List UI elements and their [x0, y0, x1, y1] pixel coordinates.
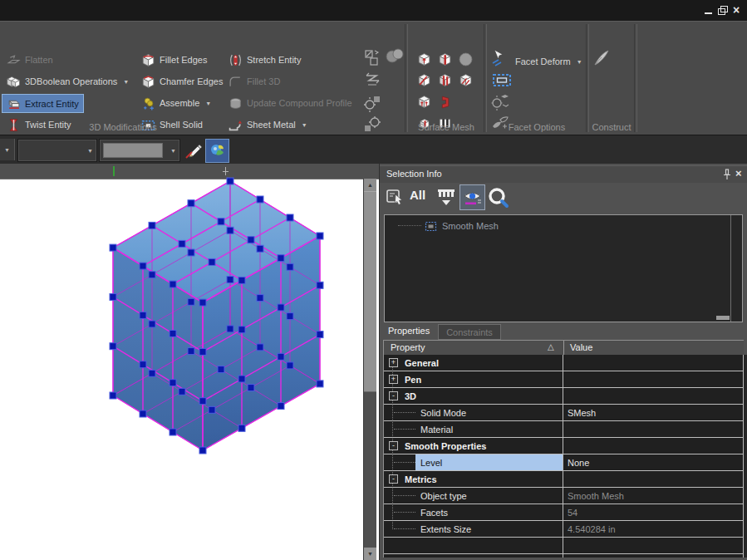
boolean-operations-button[interactable]: 3DBoolean Operations ▼ [7, 72, 129, 91]
scroll-down-button[interactable]: ▼ [364, 548, 376, 560]
mesh-box-hatch-icon[interactable] [459, 73, 473, 87]
toolbar-overflow-dropdown[interactable]: ▼ [0, 139, 15, 160]
mesh-box-arrows-icon[interactable] [417, 95, 431, 109]
extract-entity-button[interactable]: Extract Entity [2, 94, 84, 113]
sheet-metal-button[interactable]: Sheet Metal ▼ [229, 115, 307, 134]
viewport[interactable]: ▲ ▼ [0, 164, 379, 560]
column-header-value[interactable]: Value [570, 342, 592, 352]
group-label-surface-mesh: Surface Mesh [418, 122, 474, 132]
ribbon: Flatten 3DBoolean Operations ▼ Extract E… [0, 21, 747, 135]
flatten-icon [7, 53, 21, 67]
restore-button[interactable] [718, 6, 727, 14]
unfold-icon[interactable] [363, 71, 381, 90]
property-row-facets[interactable]: Facets 54 [384, 504, 744, 521]
zoom-selected-icon[interactable] [487, 186, 510, 209]
mesh-box-arrow-icon[interactable] [417, 52, 431, 66]
twist-entity-button[interactable]: Twist Entity [7, 115, 71, 134]
visibility-eye-icon [462, 188, 483, 208]
mesh-gear-icon[interactable] [363, 94, 381, 112]
tree-item-smooth-mesh[interactable]: Smooth Mesh [385, 219, 499, 233]
collapse-toggle[interactable]: - [389, 441, 398, 450]
close-button[interactable]: × [733, 2, 740, 17]
pick-entity-icon[interactable] [386, 187, 405, 207]
quill-icon[interactable] [592, 48, 612, 68]
facet-leaf-icon[interactable] [491, 115, 509, 133]
mesh-box-diagonal-icon[interactable] [417, 73, 431, 87]
pen-edit-icon[interactable] [184, 140, 204, 161]
collapse-toggle[interactable]: - [389, 391, 398, 400]
scroll-up-button[interactable]: ▲ [364, 179, 376, 191]
stretch-entity-button[interactable]: Stretch Entity [229, 51, 301, 69]
fillet-edges-button[interactable]: Fillet Edges [141, 51, 207, 69]
column-divider[interactable] [563, 341, 564, 355]
format-brush-button[interactable] [205, 139, 229, 163]
column-header-property[interactable]: Property [391, 342, 425, 352]
property-row-level[interactable]: Level None [384, 454, 744, 471]
pen-color-combobox[interactable]: ▼ [17, 139, 97, 162]
update-compound-profile-label: Update Compound Profile [247, 98, 352, 108]
property-row-metrics[interactable]: -Metrics [384, 471, 744, 488]
pen-style-combobox[interactable]: ▼ [99, 139, 180, 162]
title-bar: × [0, 0, 747, 21]
selection-info-panel: Selection Info × All [379, 164, 747, 560]
ribbon-separator [586, 24, 589, 132]
app-window: × Flatten 3DBoolean Operations ▼ [0, 0, 747, 560]
grid-scrollbar[interactable] [743, 355, 747, 558]
property-row-material[interactable]: Material [384, 421, 744, 438]
panel-header[interactable]: Selection Info × [380, 165, 747, 183]
property-row-extents-size[interactable]: Extents Size 4.540284 in [384, 521, 744, 538]
spheres-icon[interactable] [385, 47, 405, 66]
sheet-metal-label: Sheet Metal [247, 120, 296, 130]
fence-filter-icon[interactable] [435, 186, 458, 209]
minimize-button[interactable] [705, 12, 712, 14]
smooth-mesh-object[interactable] [0, 164, 379, 560]
quick-toolbar: ▼ ▼ ▼ [0, 135, 747, 165]
viewport-scrollbar[interactable]: ▲ ▼ [363, 179, 376, 560]
property-row-object-type[interactable]: Object type Smooth Mesh [384, 488, 744, 504]
assemble-label: Assemble [160, 98, 199, 108]
tab-properties[interactable]: Properties [388, 326, 430, 336]
property-row-general[interactable]: +General [384, 355, 744, 371]
property-row-pen[interactable]: +Pen [384, 371, 744, 388]
mesh-sphere-icon[interactable] [459, 52, 473, 66]
arrow-down-icon: ▼ [367, 551, 373, 557]
close-icon[interactable]: × [735, 167, 742, 179]
mesh-open-box-icon[interactable] [438, 95, 452, 109]
expand-toggle[interactable]: + [389, 358, 398, 367]
property-row-empty[interactable] [384, 554, 744, 558]
selection-tree[interactable]: Smooth Mesh [384, 214, 743, 322]
tree-connector [394, 412, 415, 414]
tab-constraints[interactable]: Constraints [438, 324, 501, 340]
tree-hscroll-thumb[interactable] [716, 316, 730, 320]
facet-select-icon[interactable] [492, 70, 512, 90]
visibility-button[interactable] [460, 184, 485, 210]
property-row-3d[interactable]: -3D [384, 388, 744, 405]
property-row-empty[interactable] [384, 538, 744, 554]
facet-deform-label: Facet Deform [515, 56, 571, 66]
pin-icon[interactable] [722, 169, 732, 180]
select-all-button[interactable]: All [410, 188, 425, 202]
chamfer-edges-button[interactable]: Chamfer Edges [141, 72, 223, 91]
boolean-operations-icon [7, 75, 21, 89]
convert-entity-icon[interactable] [364, 49, 381, 67]
expand-toggle[interactable]: + [389, 375, 398, 384]
facet-cube-icon[interactable] [491, 93, 509, 111]
property-row-smooth-properties[interactable]: -Smooth Properties [384, 438, 744, 454]
facet-deform-icon[interactable] [489, 48, 509, 68]
property-row-solid-mode[interactable]: Solid Mode SMesh [384, 405, 744, 421]
mesh-gear2-icon[interactable] [363, 115, 381, 134]
sort-indicator-icon[interactable]: △ [548, 342, 554, 351]
arrow-up-icon: ▲ [367, 182, 373, 188]
twist-entity-icon [7, 118, 21, 132]
group-label-3d-modifications: 3D Modifications [89, 122, 156, 132]
smooth-mesh-node-icon [425, 220, 437, 233]
facet-deform-button[interactable]: Facet Deform ▼ [515, 52, 582, 71]
tree-scroll-divider [730, 215, 731, 322]
mesh-box-bands-icon[interactable] [438, 73, 452, 87]
mesh-box-band-icon[interactable] [438, 52, 452, 66]
ribbon-separator [634, 24, 637, 132]
assemble-button[interactable]: Assemble ▼ [141, 94, 211, 112]
collapse-toggle[interactable]: - [389, 474, 398, 484]
scrollbar-thumb[interactable] [364, 191, 376, 392]
chevron-down-icon: ▼ [87, 140, 93, 161]
